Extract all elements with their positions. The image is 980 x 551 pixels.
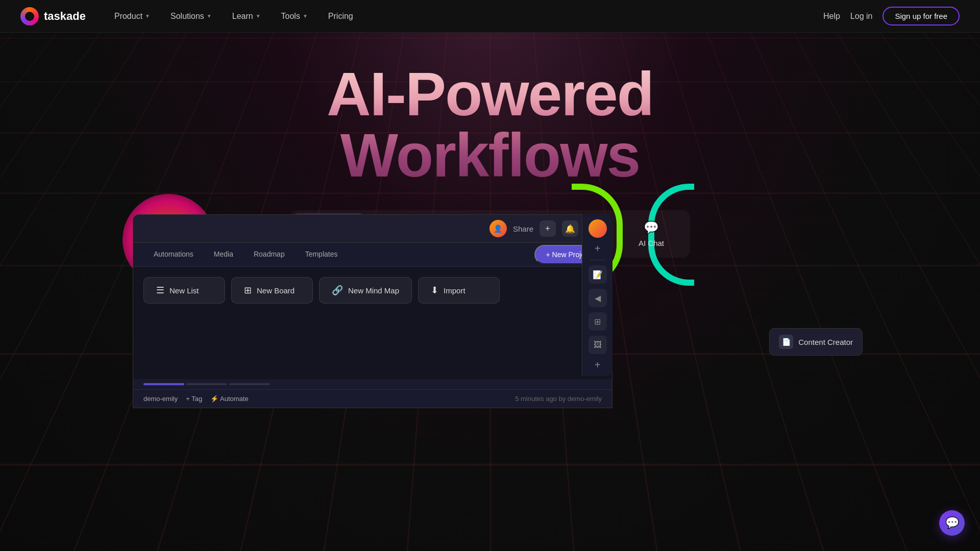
app-window: 👤 Share + 🔔 👤 Automations Media Roadmap … bbox=[133, 214, 612, 408]
chevron-down-icon: ▼ bbox=[256, 13, 261, 19]
nav-item-pricing[interactable]: Pricing bbox=[320, 8, 361, 25]
chevron-down-icon: ▼ bbox=[303, 13, 308, 19]
content-creator-tooltip: 📄 Content Creator bbox=[769, 328, 863, 356]
app-tab-templates[interactable]: Templates bbox=[295, 243, 348, 266]
content-creator-label: Content Creator bbox=[798, 338, 853, 346]
nav-item-learn[interactable]: Learn ▼ bbox=[224, 8, 269, 25]
app-topbar: 👤 Share + 🔔 👤 bbox=[133, 215, 612, 243]
nav-signup-button[interactable]: Sign up for free bbox=[883, 7, 960, 26]
user-avatar: 👤 bbox=[489, 220, 507, 237]
new-list-button[interactable]: ☰ New List bbox=[143, 277, 225, 304]
new-mind-map-button[interactable]: 🔗 New Mind Map bbox=[319, 277, 412, 304]
board-icon: ⊞ bbox=[244, 285, 252, 296]
logo[interactable]: taskade bbox=[20, 7, 86, 26]
sidebar-bottom-add-button[interactable]: + bbox=[595, 359, 601, 371]
app-tab-automations[interactable]: Automations bbox=[143, 243, 204, 266]
nav-item-tools[interactable]: Tools ▼ bbox=[273, 8, 316, 25]
bell-icon: 🔔 bbox=[565, 224, 575, 234]
share-button[interactable]: Share bbox=[513, 224, 533, 233]
add-icon-button[interactable]: + bbox=[540, 220, 556, 237]
progress-bar-empty-2 bbox=[229, 383, 270, 385]
chat-bubble-button[interactable]: 💬 bbox=[939, 510, 965, 536]
tab-ai-chat[interactable]: 💬 AI Chat bbox=[616, 213, 687, 255]
sidebar-collapse-icon[interactable]: ◀ bbox=[589, 289, 607, 307]
logo-text: taskade bbox=[44, 10, 86, 23]
user-tag: demo-emily bbox=[143, 395, 178, 403]
app-nav: Automations Media Roadmap Templates + Ne… bbox=[133, 243, 612, 267]
sidebar-notes-icon[interactable]: 📝 bbox=[589, 265, 607, 284]
action-buttons: ☰ New List ⊞ New Board 🔗 New Mind Map ⬇ … bbox=[143, 277, 602, 304]
import-button[interactable]: ⬇ Import bbox=[418, 277, 500, 304]
tag-button[interactable]: + Tag bbox=[186, 395, 202, 403]
sidebar-user-avatar bbox=[589, 219, 607, 238]
chevron-down-icon: ▼ bbox=[145, 13, 150, 19]
nav-item-solutions[interactable]: Solutions ▼ bbox=[162, 8, 220, 25]
nav-login-link[interactable]: Log in bbox=[850, 12, 873, 21]
nav-item-product[interactable]: Product ▼ bbox=[106, 8, 158, 25]
progress-bar-fill bbox=[143, 383, 184, 385]
content-creator-icon: 📄 bbox=[779, 335, 793, 349]
nav-right: Help Log in Sign up for free bbox=[823, 7, 960, 26]
app-tab-media[interactable]: Media bbox=[204, 243, 243, 266]
app-nav-tabs: Automations Media Roadmap Templates bbox=[143, 243, 348, 266]
notifications-button[interactable]: 🔔 bbox=[562, 220, 578, 237]
app-tab-roadmap[interactable]: Roadmap bbox=[243, 243, 295, 266]
progress-bar-empty bbox=[186, 383, 227, 385]
nav-items: Product ▼ Solutions ▼ Learn ▼ Tools ▼ Pr… bbox=[106, 8, 823, 25]
new-board-button[interactable]: ⊞ New Board bbox=[231, 277, 313, 304]
navbar: taskade Product ▼ Solutions ▼ Learn ▼ To… bbox=[0, 0, 980, 33]
app-bottombar: demo-emily + Tag ⚡ Automate 5 minutes ag… bbox=[133, 389, 612, 408]
sidebar-media-icon[interactable]: 🖼 bbox=[589, 336, 607, 354]
app-content: ☰ New List ⊞ New Board 🔗 New Mind Map ⬇ … bbox=[133, 267, 612, 379]
tab-ai-chat-label: AI Chat bbox=[639, 239, 664, 247]
sidebar-add-button[interactable]: + bbox=[595, 243, 601, 255]
progress-area bbox=[133, 379, 612, 389]
chevron-down-icon: ▼ bbox=[207, 13, 212, 19]
sidebar-divider bbox=[590, 260, 605, 260]
hero-title-line1: AI-Powered bbox=[327, 63, 653, 124]
mind-map-icon: 🔗 bbox=[332, 285, 343, 296]
timestamp-label: 5 minutes ago by demo-emily bbox=[515, 395, 602, 403]
app-sidebar: + 📝 ◀ ⊞ 🖼 + bbox=[582, 214, 612, 376]
nav-help-link[interactable]: Help bbox=[823, 12, 840, 21]
plus-icon: + bbox=[545, 224, 550, 233]
sidebar-grid-icon[interactable]: ⊞ bbox=[589, 312, 607, 331]
automate-button[interactable]: ⚡ Automate bbox=[210, 395, 249, 403]
logo-icon bbox=[20, 7, 39, 26]
chat-bubble-icon: 💬 bbox=[945, 516, 959, 530]
ai-chat-icon: 💬 bbox=[644, 220, 659, 235]
hero-title-line2: Workflows bbox=[340, 124, 640, 186]
import-icon: ⬇ bbox=[431, 285, 438, 296]
logo-inner bbox=[25, 12, 34, 21]
list-icon: ☰ bbox=[156, 285, 164, 296]
